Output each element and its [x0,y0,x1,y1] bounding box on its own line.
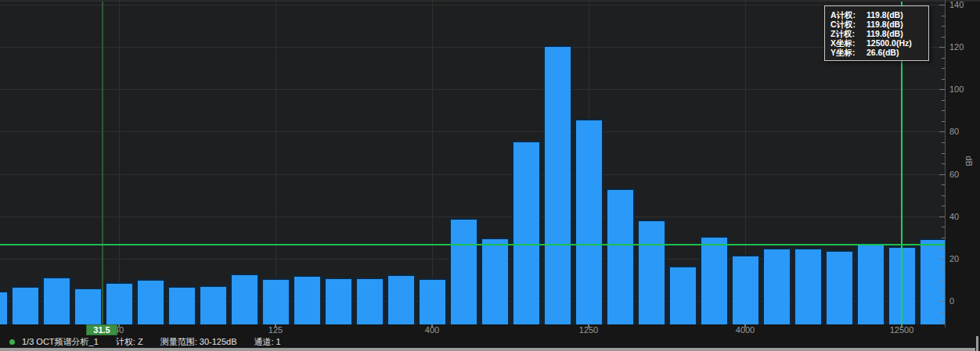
gridline-horizontal-80dB [0,131,945,132]
y-axis-label-80: 80 [949,127,959,136]
bar-50Hz[interactable] [136,279,165,324]
bar-500Hz[interactable] [449,218,478,324]
y-minor-tick [942,153,945,154]
tooltip-value-1: 119.8(dB) [867,20,903,29]
bar-2500Hz[interactable] [668,266,697,324]
y-axis-unit-label: dB [964,156,974,166]
bar-10000Hz[interactable] [856,243,885,324]
y-major-tick-0 [939,301,945,302]
gridline-vertical-40Hz [119,2,120,324]
y-major-tick-120 [939,47,945,48]
bar-200Hz[interactable] [324,278,353,324]
tooltip-value-4: 26.6(dB) [867,48,899,57]
bar-800Hz[interactable] [512,141,541,324]
y-axis-label-40: 40 [949,212,959,221]
status-bar: 1/3 OCT频谱分析_1 计权: Z 测量范围: 30-125dB 通道: 1 [0,336,980,348]
spectrum-plot-area[interactable] [0,2,945,324]
bar-5000Hz[interactable] [762,248,791,324]
gridline-horizontal-100dB [0,89,945,90]
gridline-vertical-400Hz [432,2,433,324]
bar-80Hz[interactable] [199,285,228,324]
y-minor-tick [942,290,945,291]
y-axis-label-100: 100 [949,84,964,94]
tooltip-label-1: C计权: [830,20,863,29]
y-minor-tick [942,248,945,249]
bar-6300Hz[interactable] [794,248,823,324]
bar-125Hz[interactable] [261,278,290,324]
bar-63Hz[interactable] [168,286,196,324]
tooltip-row-4: Y坐标:26.6(dB) [830,48,923,57]
gridline-horizontal-120dB [0,47,945,48]
tooltip-row-0: A计权:119.8(dB) [830,10,923,20]
x-axis-label-400: 400 [425,325,439,335]
bar-31.5Hz[interactable] [74,288,103,324]
bar-16000Hz[interactable] [919,238,946,324]
bar-20Hz[interactable] [11,286,40,324]
tooltip-label-4: Y坐标: [830,48,863,57]
y-minor-tick [942,280,945,281]
y-minor-tick [942,68,945,69]
y-minor-tick [942,37,945,38]
x-axis-label-4000: 4000 [736,325,755,335]
tooltip-label-2: Z计权: [830,29,863,38]
cursor-tooltip: A计权:119.8(dB)C计权:119.8(dB)Z计权:119.8(dB)X… [824,5,929,61]
status-measure-range: 测量范围: 30-125dB [160,336,237,348]
bar-315Hz[interactable] [387,274,416,324]
y-major-tick-80 [939,131,945,132]
scrollbar-corner[interactable] [976,336,978,351]
gridline-vertical-125Hz [276,2,276,324]
bar-25Hz[interactable] [42,277,71,324]
y-major-tick-20 [939,259,945,260]
gridline-horizontal-140dB [0,5,945,5]
y-major-tick-40 [939,217,945,217]
y-minor-tick [942,142,945,143]
y-minor-tick [942,58,945,59]
bar-1250Hz[interactable] [575,119,603,324]
y-minor-tick [942,238,945,238]
marker-frequency-badge[interactable]: 31.5 [86,324,117,335]
y-minor-tick [942,121,945,122]
status-weighting: 计权: Z [116,336,143,348]
bar-8000Hz[interactable] [825,250,854,324]
bar-630Hz[interactable] [481,238,510,324]
tooltip-value-3: 12500.0(Hz) [867,38,912,48]
status-analysis-title: 1/3 OCT频谱分析_1 [22,336,99,348]
y-minor-tick [942,16,945,16]
tooltip-label-3: X坐标: [830,38,863,48]
y-minor-tick [942,184,945,185]
y-minor-tick [942,79,945,80]
bar-3150Hz[interactable] [700,236,729,324]
tooltip-label-0: A计权: [830,10,863,20]
bar-1600Hz[interactable] [606,188,635,324]
bar-100Hz[interactable] [230,274,259,324]
y-major-tick-140 [939,5,945,5]
gridline-horizontal-60dB [0,174,945,175]
bar-40Hz[interactable] [105,282,134,324]
y-minor-tick [942,227,945,227]
x-axis-label-1250: 1250 [579,325,598,335]
bar-4000Hz[interactable] [731,255,760,324]
y-axis-label-140: 140 [949,0,964,9]
marker-line-31.5Hz[interactable] [102,2,103,324]
y-major-tick-100 [939,89,945,90]
y-minor-tick [942,206,945,206]
y-minor-tick [942,269,945,270]
y-axis-label-60: 60 [949,170,959,179]
y-minor-tick [942,26,945,27]
spectrum-analyzer-window: 020406080100120140 dB 401254001250400012… [0,0,980,351]
bar-160Hz[interactable] [293,275,322,324]
crosshair-horizontal[interactable] [0,244,945,245]
bar-250Hz[interactable] [355,278,384,324]
status-channel: 通道: 1 [254,336,280,348]
bar-16Hz[interactable] [0,291,9,324]
y-minor-tick [942,195,945,196]
status-indicator-dot [9,339,15,345]
y-minor-tick [942,322,945,323]
tooltip-value-2: 119.8(dB) [867,29,903,38]
horizontal-scrollbar[interactable] [0,348,975,351]
bar-2000Hz[interactable] [637,220,666,324]
bar-1000Hz[interactable] [543,45,572,324]
bar-400Hz[interactable] [418,278,447,324]
y-minor-tick [942,100,945,101]
tooltip-row-1: C计权:119.8(dB) [830,20,923,29]
